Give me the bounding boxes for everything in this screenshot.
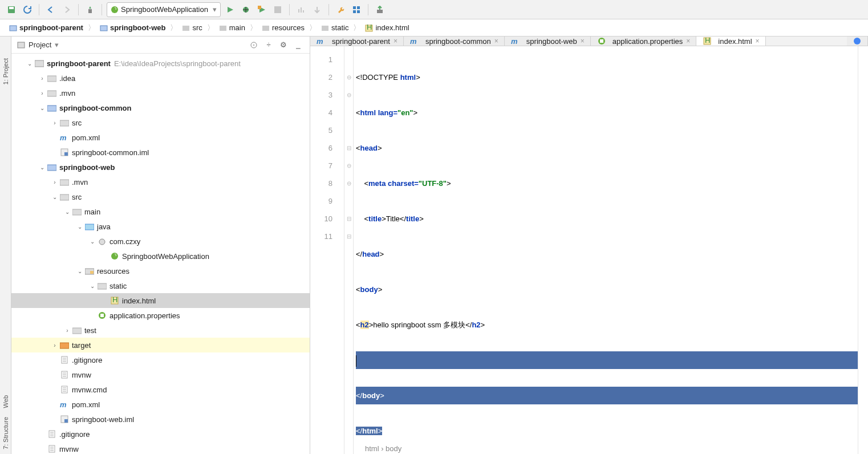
breadcrumb-item[interactable]: springboot-parent: [7, 22, 86, 33]
tree-item[interactable]: .gitignore: [11, 352, 310, 367]
editor-breadcrumb: html › body: [354, 443, 413, 454]
collapse-icon[interactable]: ÷: [263, 39, 274, 51]
update-icon[interactable]: [373, 3, 387, 17]
svg-rect-26: [35, 60, 44, 67]
expand-icon[interactable]: ⌄: [38, 164, 47, 171]
run-icon[interactable]: [223, 3, 237, 17]
tree-item[interactable]: mpom.xml: [11, 130, 310, 145]
run-coverage-icon[interactable]: [255, 3, 269, 17]
tree-item[interactable]: ⌄main: [11, 204, 310, 219]
expand-icon[interactable]: ⌄: [50, 194, 59, 200]
back-icon[interactable]: [44, 3, 58, 17]
tree-item[interactable]: ⌄resources: [11, 264, 310, 278]
tree-item[interactable]: ⌄static: [11, 278, 310, 293]
tree-label: springboot-common.iml: [72, 148, 149, 157]
browser-preview-tab[interactable]: [847, 37, 868, 46]
tree-item[interactable]: springboot-web.iml: [11, 412, 310, 427]
editor-tab[interactable]: mspringboot-parent×: [310, 37, 404, 46]
expand-icon[interactable]: ⌄: [75, 224, 84, 230]
structure-icon[interactable]: [350, 3, 363, 17]
maven-icon: m: [409, 37, 420, 45]
breadcrumb-item[interactable]: static: [319, 22, 351, 33]
editor-tab[interactable]: mspringboot-web×: [505, 37, 591, 46]
tree-item[interactable]: ⌄springboot-parentE:\idea\IdeaProjects\s…: [11, 56, 310, 71]
close-icon[interactable]: ×: [756, 37, 760, 45]
tree-item[interactable]: ›src: [11, 115, 310, 130]
svg-point-25: [253, 44, 254, 46]
tab-label: springboot-common: [425, 37, 491, 46]
tree-item[interactable]: mvnw: [11, 441, 310, 454]
tree-item[interactable]: ⌄springboot-common: [11, 100, 310, 115]
breadcrumb-item[interactable]: resources: [259, 22, 307, 33]
svg-rect-6: [274, 6, 281, 13]
target-icon[interactable]: [248, 39, 259, 51]
profiler-icon[interactable]: [294, 3, 308, 17]
vtab-web[interactable]: Web: [1, 391, 10, 412]
expand-icon[interactable]: ›: [38, 75, 47, 82]
tree-item[interactable]: .gitignore: [11, 427, 310, 441]
editor-body[interactable]: 1234567891011 ⊖⊖⊟⊖⊖⊟⊟ <!DOCTYPE html> <h…: [310, 46, 868, 454]
breadcrumb-item[interactable]: src: [180, 22, 204, 33]
tree-item[interactable]: ›.idea: [11, 71, 310, 86]
expand-icon[interactable]: ⌄: [75, 268, 84, 274]
sync-icon[interactable]: [21, 3, 34, 17]
run-config-label: SpringbootWebApplication: [121, 5, 208, 14]
editor-tab[interactable]: application.properties×: [591, 37, 697, 46]
tree-item[interactable]: ⌄com.czxy: [11, 234, 310, 249]
close-icon[interactable]: ×: [494, 37, 498, 45]
tree-label: src: [72, 193, 82, 201]
tree-item[interactable]: ›.mvn: [11, 86, 310, 100]
hide-icon[interactable]: ⎯: [293, 39, 304, 51]
breadcrumb-item[interactable]: main: [217, 22, 248, 33]
tree-item[interactable]: ⌄src: [11, 189, 310, 204]
line-number: 9: [315, 192, 332, 210]
expand-icon[interactable]: ›: [63, 327, 72, 334]
tree-item[interactable]: application.properties: [11, 308, 310, 323]
tree-label: pom.xml: [72, 133, 100, 142]
tools-icon[interactable]: [334, 3, 347, 17]
folder-icon: [47, 89, 57, 97]
vtab-structure[interactable]: 7: Structure: [1, 412, 10, 454]
tree-item[interactable]: SpringbootWebApplication: [11, 249, 310, 264]
vtab-project[interactable]: 1: Project: [1, 54, 10, 89]
expand-icon[interactable]: ⌄: [88, 283, 97, 289]
gear-icon[interactable]: ⚙: [278, 39, 289, 51]
editor-tab[interactable]: mspringboot-common×: [404, 37, 505, 46]
tree-item[interactable]: mvnw.cmd: [11, 382, 310, 397]
tree-item[interactable]: springboot-common.iml: [11, 145, 310, 160]
build-icon[interactable]: [83, 3, 97, 17]
tree-item[interactable]: mpom.xml: [11, 397, 310, 412]
tree-item[interactable]: ›.mvn: [11, 175, 310, 189]
tree-item[interactable]: ⌄java: [11, 219, 310, 234]
tree-item[interactable]: Hindex.html: [11, 293, 310, 308]
tree-item[interactable]: ›test: [11, 323, 310, 338]
code-content[interactable]: <!DOCTYPE html> <html lang="en"> <head> …: [354, 46, 858, 454]
project-tree[interactable]: ⌄springboot-parentE:\idea\IdeaProjects\s…: [11, 54, 310, 454]
svg-rect-12: [353, 10, 356, 13]
folder-res-icon: [84, 267, 95, 275]
forward-icon[interactable]: [60, 3, 74, 17]
editor-tab[interactable]: Hindex.html×: [696, 37, 765, 46]
chevron-down-icon[interactable]: ▾: [55, 40, 59, 49]
close-icon[interactable]: ×: [686, 37, 690, 45]
tree-item[interactable]: ⌄springboot-web: [11, 160, 310, 175]
run-configuration-selector[interactable]: SpringbootWebApplication ▾: [107, 2, 221, 17]
stop-icon[interactable]: [271, 3, 285, 17]
close-icon[interactable]: ×: [394, 37, 398, 45]
breadcrumb-item[interactable]: springboot-web: [98, 22, 168, 33]
expand-icon[interactable]: ›: [50, 179, 59, 185]
close-icon[interactable]: ×: [581, 37, 585, 45]
tree-item[interactable]: mvnw: [11, 367, 310, 382]
expand-icon[interactable]: ⌄: [25, 60, 34, 67]
expand-icon[interactable]: ⌄: [38, 105, 47, 111]
expand-icon[interactable]: ›: [38, 90, 47, 96]
expand-icon[interactable]: ⌄: [88, 238, 97, 245]
save-icon[interactable]: [5, 3, 18, 17]
breadcrumb-item[interactable]: Hindex.html: [363, 22, 411, 33]
tree-item[interactable]: ›target: [11, 338, 310, 352]
expand-icon[interactable]: ›: [50, 120, 59, 126]
expand-icon[interactable]: ›: [50, 342, 59, 348]
expand-icon[interactable]: ⌄: [63, 209, 72, 215]
debug-icon[interactable]: [239, 3, 253, 17]
attach-icon[interactable]: [310, 3, 324, 17]
